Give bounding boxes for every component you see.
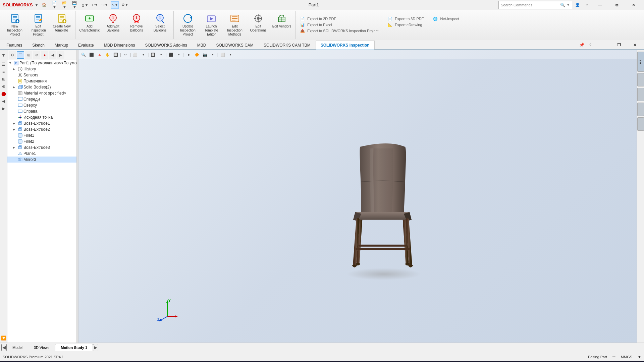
pointer-btn[interactable]: ↖▼ (111, 1, 119, 9)
bottom-tab-model[interactable]: Model (7, 344, 28, 351)
vp-snapshot-btn[interactable]: ⬜ (219, 51, 226, 58)
vp-display-btn[interactable]: ⬜ (131, 51, 139, 58)
tree-sensors-item[interactable]: Sensors (7, 72, 76, 78)
tree-notes-item[interactable]: Примечания (7, 78, 76, 84)
vp-wireframe-btn[interactable]: ▾ (140, 51, 147, 58)
vp-zoom-btn[interactable]: ⬛ (88, 51, 95, 58)
tree-front-item[interactable]: Спереди (7, 96, 76, 102)
tree-fillet2-item[interactable]: Fillet2 (7, 138, 76, 144)
options-btn[interactable]: ⚙▼ (121, 1, 129, 9)
sidebar-component-icon[interactable]: ⊞ (0, 76, 7, 82)
bottom-tab-motion[interactable]: Motion Study 1 (55, 344, 93, 351)
viewport[interactable]: 🔍 ⬛ 🔺 ✋ 🔲 | ↩ | ⬜ ▾ | 🔲 ▾ | ⬛ ▾ | ● 🔶 📷 … (78, 50, 637, 343)
vp-3d-btn[interactable]: 🔲 (112, 51, 119, 58)
account-btn[interactable]: 👤 (574, 1, 582, 9)
tree-next-btn[interactable]: ▶ (57, 51, 64, 59)
sidebar-pin-icon[interactable]: ⊕ (0, 83, 7, 90)
remove-balloons-btn[interactable]: 1 Remove Balloons (125, 11, 148, 34)
vp-section2-btn[interactable]: ▾ (175, 51, 183, 58)
sidebar-funnel-icon[interactable]: 🔽 (0, 335, 7, 341)
pin-btn[interactable]: 📌 (578, 41, 586, 49)
save-btn[interactable]: 💾▼ (70, 1, 78, 9)
vp-camera2-btn[interactable]: ▾ (209, 51, 217, 58)
edit-operations-btn[interactable]: Edit Operations (247, 11, 270, 34)
create-template-btn[interactable]: Create New template (50, 11, 73, 34)
vp-search-btn[interactable]: 🔍 (80, 51, 87, 58)
vp-hidden-btn[interactable]: 🔲 (149, 51, 157, 58)
maximize-btn[interactable]: ⧉ (609, 0, 625, 10)
tree-top-item[interactable]: Сверху (7, 102, 76, 108)
close-btn[interactable]: ✕ (626, 0, 641, 10)
tree-right-item[interactable]: Справа (7, 108, 76, 114)
tree-list-icon[interactable]: ☰ (17, 51, 24, 59)
tree-solid-bodies-item[interactable]: ▶ Solid Bodies(2) (7, 84, 76, 90)
tab-sketch[interactable]: Sketch (27, 41, 50, 50)
tab-sw-inspection[interactable]: SOLIDWORKS Inspection (316, 41, 375, 50)
update-inspection-btn[interactable]: Update Inspection Project (176, 11, 199, 38)
sidebar-arrow-next[interactable]: ▶ (0, 105, 7, 112)
undo-btn[interactable]: ↩▼ (91, 1, 99, 9)
vp-undo-btn[interactable]: ↩ (122, 51, 129, 58)
tab-help-btn[interactable]: ? (586, 41, 594, 49)
tree-component-icon[interactable]: ⊞ (25, 51, 32, 59)
vp-scene-btn[interactable]: 🔶 (193, 51, 201, 58)
vp-hidden2-btn[interactable]: ▾ (157, 51, 165, 58)
add-characteristic-btn[interactable]: + Add Characteristic (78, 11, 101, 34)
tree-feature-icon[interactable]: ⚙ (9, 51, 16, 59)
bottom-tab-3dviews[interactable]: 3D Views (28, 344, 55, 351)
home-btn[interactable]: 🏠 (40, 1, 48, 9)
edit-inspection-btn[interactable]: Edit Inspection Project (27, 11, 50, 38)
export-2d-btn[interactable]: 📄 Export to 2D PDF (299, 16, 380, 21)
tree-plus-icon[interactable]: ⊕ (33, 51, 40, 59)
tab-min-btn[interactable]: — (595, 41, 610, 49)
open-btn[interactable]: 📂▼ (60, 1, 68, 9)
tab-evaluate[interactable]: Evaluate (73, 41, 99, 50)
export-sw-inspection-btn[interactable]: 📤 Export to SOLIDWORKS Inspection Projec… (299, 28, 380, 34)
tab-restore-btn[interactable]: ❐ (611, 41, 627, 49)
tab-sw-addins[interactable]: SOLIDWORKS Add-Ins (140, 41, 192, 50)
help-btn[interactable]: ? (583, 1, 591, 9)
tab-sw-cam[interactable]: SOLIDWORKS CAM (211, 41, 259, 50)
edit-vendors-btn[interactable]: Edit Vendors (270, 11, 293, 29)
tab-mbd[interactable]: MBD (192, 41, 211, 50)
search-dropdown-icon[interactable]: ▼ (567, 3, 570, 7)
sidebar-filter-icon[interactable]: ▼ (0, 52, 7, 58)
tree-fillet1-item[interactable]: Fillet1 (7, 132, 76, 138)
new-btn[interactable]: 📄▼ (50, 1, 58, 9)
vp-camera-btn[interactable]: 📷 (201, 51, 209, 58)
tree-material-item[interactable]: Material <not specified> (7, 90, 76, 96)
new-inspection-btn[interactable]: New Inspection Project (3, 11, 26, 38)
tree-origin-item[interactable]: Исходная точка (7, 114, 76, 120)
dock-btn-5[interactable] (637, 117, 644, 131)
sidebar-list-icon[interactable]: ≡ (0, 68, 7, 75)
dock-btn-4[interactable] (637, 103, 644, 116)
export-3d-btn[interactable]: 📄 Export to 3D PDF (386, 16, 425, 21)
vp-rotate-btn[interactable]: 🔺 (96, 51, 103, 58)
tab-nav-next[interactable]: ▶ (93, 344, 98, 351)
tree-history-item[interactable]: ▶ History (7, 66, 76, 72)
add-edit-balloons-btn[interactable]: 1 Add/Edit Balloons (102, 11, 124, 34)
tab-close-btn[interactable]: ✕ (627, 41, 643, 49)
vp-realview-btn[interactable]: ● (185, 51, 193, 58)
dock-btn-2[interactable] (637, 73, 644, 86)
tab-sw-cam-tbm[interactable]: SOLIDWORKS CAM TBM (259, 41, 316, 50)
sidebar-view-icon[interactable]: ☰ (0, 61, 7, 68)
vp-pan-btn[interactable]: ✋ (104, 51, 111, 58)
export-excel-btn[interactable]: 📊 Export to Excel (299, 22, 380, 27)
redo-btn[interactable]: ↪▼ (101, 1, 109, 9)
launch-template-btn[interactable]: Launch Template Editor (200, 11, 223, 38)
search-input[interactable] (501, 3, 559, 7)
sidebar-arrow-prev[interactable]: ◀ (0, 98, 7, 105)
dock-solidworks-btn[interactable]: SW (637, 52, 644, 72)
tree-dot-icon[interactable]: ● (41, 51, 48, 59)
tree-plane1-item[interactable]: Plane1 (7, 150, 76, 157)
select-balloons-btn[interactable]: 1 Select Balloons (149, 11, 171, 34)
vp-section-btn[interactable]: ⬛ (167, 51, 175, 58)
tab-markup[interactable]: Markup (50, 41, 73, 50)
tree-mirror3-item[interactable]: Mirror3 (7, 157, 76, 163)
minimize-btn[interactable]: — (592, 0, 608, 10)
print-btn[interactable]: 🖨▼ (80, 1, 89, 9)
tab-features[interactable]: Features (1, 41, 27, 50)
tree-prev-btn[interactable]: ◀ (49, 51, 56, 59)
sidebar-circle-icon[interactable]: ⬤ (0, 90, 7, 97)
